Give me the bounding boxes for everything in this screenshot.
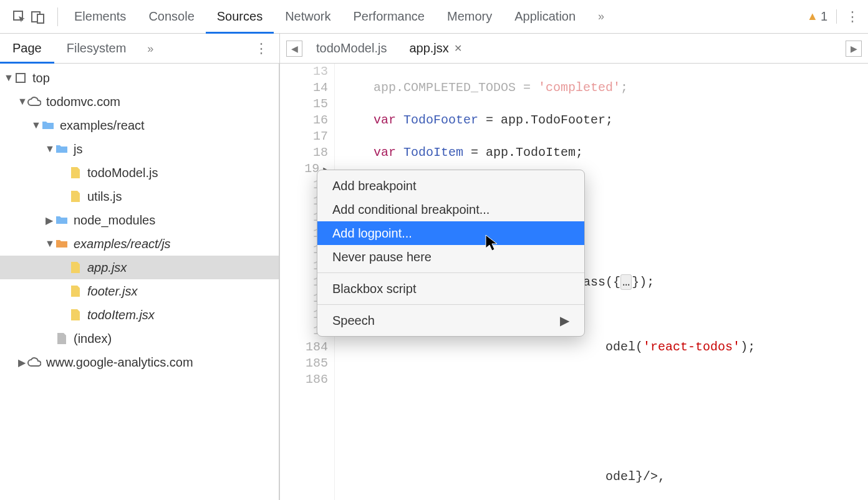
tabs-overflow[interactable]: »	[587, 0, 615, 33]
cloud-icon	[27, 95, 41, 108]
kebab-menu-icon[interactable]: ⋮	[846, 9, 859, 25]
js-file-icon	[69, 190, 82, 203]
tree-file-footer-jsx[interactable]: footer.jsx	[0, 279, 279, 303]
document-icon	[55, 332, 69, 345]
panel-tabs: Elements Console Sources Network Perform…	[63, 0, 615, 33]
menu-add-breakpoint[interactable]: Add breakpoint	[317, 174, 584, 198]
svg-rect-3	[16, 74, 25, 82]
twisty-open-icon: ▼	[4, 72, 12, 84]
twisty-open-icon: ▼	[45, 238, 54, 249]
svg-rect-2	[37, 14, 44, 23]
tab-sources[interactable]: Sources	[206, 0, 274, 33]
menu-blackbox-script[interactable]: Blackbox script	[317, 277, 584, 300]
divider	[57, 7, 58, 26]
folder-icon	[55, 237, 69, 251]
twisty-closed-icon: ▶	[17, 357, 26, 368]
tab-elements[interactable]: Elements	[63, 0, 137, 33]
submenu-arrow-icon: ▶	[560, 313, 569, 328]
js-file-icon	[69, 308, 82, 322]
source-tab-bar: ◀ todoModel.js app.jsx ✕ ▶	[280, 34, 868, 64]
tab-application[interactable]: Application	[503, 0, 587, 33]
tree-folder-js[interactable]: ▼ js	[0, 137, 279, 161]
tab-performance[interactable]: Performance	[342, 0, 436, 33]
js-file-icon	[69, 284, 82, 298]
navigator-tabs: Page Filesystem » ⋮	[0, 34, 279, 64]
tree-file-todoitem-jsx[interactable]: todoItem.jsx	[0, 303, 279, 327]
folder-icon	[55, 142, 69, 156]
tree-domain-todomvc[interactable]: ▼ todomvc.com	[0, 90, 279, 113]
tree-folder-examples-react-js[interactable]: ▼ examples/react/js	[0, 232, 279, 256]
file-tab-todomodel[interactable]: todoModel.js	[307, 34, 395, 63]
twisty-open-icon: ▼	[17, 96, 26, 107]
twisty-open-icon: ▼	[31, 120, 40, 131]
file-tab-app-jsx[interactable]: app.jsx ✕	[400, 34, 470, 63]
tree-file-todomodel[interactable]: todoModel.js	[0, 161, 279, 185]
tab-network[interactable]: Network	[274, 0, 342, 33]
menu-add-conditional-breakpoint[interactable]: Add conditional breakpoint...	[317, 198, 584, 221]
menu-speech[interactable]: Speech▶	[317, 309, 584, 332]
navigator-kebab[interactable]: ⋮	[243, 41, 279, 57]
mouse-cursor-icon	[485, 234, 499, 252]
tree-folder-examples-react[interactable]: ▼ examples/react	[0, 113, 279, 137]
warnings-indicator[interactable]: ▲ 1	[807, 9, 837, 24]
close-icon[interactable]: ✕	[454, 42, 462, 54]
tree-file-utils[interactable]: utils.js	[0, 185, 279, 208]
tree-file-app-jsx[interactable]: app.jsx	[0, 256, 279, 279]
js-file-icon	[69, 261, 82, 274]
navigator-tabs-overflow[interactable]: »	[138, 41, 162, 55]
show-navigator-icon[interactable]: ◀	[286, 41, 302, 57]
frame-icon	[14, 71, 27, 85]
toggle-device-icon[interactable]	[31, 10, 45, 24]
folder-icon	[41, 118, 55, 132]
menu-never-pause-here[interactable]: Never pause here	[317, 245, 584, 269]
devtools-toolbar: Elements Console Sources Network Perform…	[0, 0, 868, 34]
tab-memory[interactable]: Memory	[436, 0, 503, 33]
file-navigator: ▼ top ▼ todomvc.com ▼ examples/react ▼ j…	[0, 64, 279, 500]
tab-console[interactable]: Console	[137, 0, 205, 33]
twisty-open-icon: ▼	[45, 143, 54, 155]
warning-count: 1	[821, 9, 827, 24]
folder-icon	[55, 213, 69, 227]
tab-page[interactable]: Page	[0, 34, 54, 63]
tree-folder-node-modules[interactable]: ▶ node_modules	[0, 208, 279, 232]
menu-separator	[317, 272, 584, 273]
menu-separator	[317, 304, 584, 305]
twisty-closed-icon: ▶	[45, 214, 54, 226]
tree-domain-analytics[interactable]: ▶ www.google-analytics.com	[0, 350, 279, 374]
tree-top[interactable]: ▼ top	[0, 66, 279, 90]
tree-file-index[interactable]: (index)	[0, 327, 279, 350]
menu-add-logpoint[interactable]: Add logpoint...	[317, 221, 584, 245]
show-debugger-icon[interactable]: ▶	[846, 41, 862, 57]
js-file-icon	[69, 166, 82, 180]
gutter-context-menu: Add breakpoint Add conditional breakpoin…	[317, 170, 585, 337]
tab-filesystem[interactable]: Filesystem	[54, 34, 139, 63]
warning-icon: ▲	[807, 10, 818, 23]
cloud-icon	[27, 355, 41, 369]
inspect-element-icon[interactable]	[12, 10, 26, 24]
